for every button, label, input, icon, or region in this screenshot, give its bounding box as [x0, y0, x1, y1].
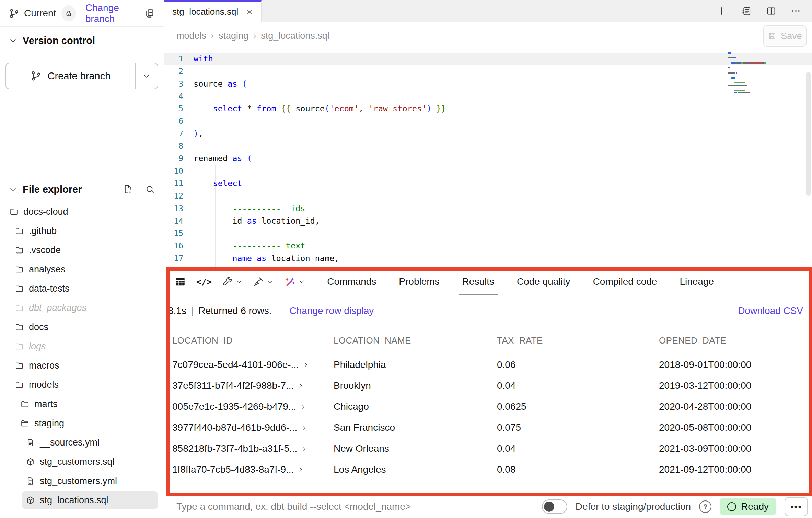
expand-row-icon[interactable] [302, 361, 309, 368]
breadcrumb-item[interactable]: models [176, 31, 206, 41]
expand-row-icon[interactable] [297, 466, 304, 473]
create-branch-dropdown[interactable] [135, 63, 158, 89]
tree-item-stg-customers-sql[interactable]: stg_customers.sql [0, 452, 164, 471]
column-header[interactable]: TAX_RATE [497, 335, 659, 346]
code-line[interactable]: 6 [164, 115, 812, 127]
tree-item--github[interactable]: .github [0, 221, 164, 240]
line-number: 5 [164, 102, 194, 115]
breadcrumb-item[interactable]: stg_locations.sql [261, 31, 329, 41]
expand-row-icon[interactable] [301, 445, 308, 452]
panel-tab-commands[interactable]: Commands [316, 268, 387, 295]
download-csv-link[interactable]: Download CSV [738, 305, 803, 316]
code-line[interactable]: 14 id as location_id, [164, 215, 812, 227]
panel-tab-code-quality[interactable]: Code quality [506, 268, 582, 295]
tree-item-logs[interactable]: logs [0, 337, 164, 356]
cell-location-name: Philadelphia [334, 359, 497, 370]
code-line[interactable]: 1with [164, 53, 812, 65]
tree-item-models[interactable]: models [0, 375, 164, 394]
close-icon[interactable] [246, 8, 253, 16]
tree-item-data-tests[interactable]: data-tests [0, 279, 164, 298]
panel-tabs: CommandsProblemsResultsCode qualityCompi… [316, 268, 725, 295]
expand-row-icon[interactable] [297, 382, 304, 389]
code-line[interactable]: 17 name as location_name, [164, 252, 812, 264]
compile-code-button[interactable]: </> [196, 277, 212, 287]
expand-row-icon[interactable] [301, 424, 308, 431]
tree-item-docs[interactable]: docs [0, 317, 164, 337]
code-line[interactable]: 4 [164, 90, 812, 102]
create-branch-button: Create branch [5, 63, 158, 89]
change-row-display-link[interactable]: Change row display [289, 305, 374, 316]
panel-tab-lineage[interactable]: Lineage [668, 268, 725, 295]
build-button[interactable] [222, 276, 243, 287]
tree-item-stg-customers-yml[interactable]: stg_customers.yml [0, 471, 164, 491]
ready-label: Ready [741, 501, 769, 512]
bottom-more-button[interactable]: ••• [785, 497, 808, 516]
new-tab-button[interactable] [717, 6, 727, 16]
change-log-button[interactable] [741, 6, 752, 16]
file-icon [26, 438, 35, 447]
code-editor[interactable]: 1with23source as (45 select * from {{ so… [164, 49, 812, 268]
code-line[interactable]: 3source as ( [164, 78, 812, 90]
tab-stg-locations[interactable]: stg_locations.sql [164, 0, 262, 22]
new-file-icon[interactable] [123, 184, 133, 194]
code-line[interactable]: 7), [164, 127, 812, 140]
save-button[interactable]: Save [763, 25, 807, 47]
dbt-copilot-button[interactable] [284, 276, 305, 288]
copy-icon[interactable] [144, 8, 155, 19]
code-line[interactable]: 8 [164, 140, 812, 152]
folder-open-icon [21, 419, 29, 428]
breadcrumb-item[interactable]: staging [219, 31, 248, 41]
code-line[interactable]: 13 ---------- ids [164, 202, 812, 215]
line-number: 7 [164, 127, 194, 140]
version-control-header[interactable]: Version control [0, 31, 164, 50]
column-header[interactable]: OPENED_DATE [659, 335, 812, 346]
command-input[interactable] [176, 501, 527, 513]
panel-tab-compiled-code[interactable]: Compiled code [582, 268, 669, 295]
panel-tab-results[interactable]: Results [451, 268, 506, 295]
code-line[interactable]: 15 [164, 227, 812, 239]
code-token: {{ [281, 104, 291, 113]
tree-item-staging[interactable]: staging [0, 414, 164, 433]
create-branch-main[interactable]: Create branch [6, 63, 135, 89]
cell-location-name: Los Angeles [334, 464, 497, 475]
scrollbar[interactable] [806, 72, 811, 196]
code-token: ( [247, 154, 252, 163]
defer-toggle[interactable] [542, 499, 567, 514]
code-token [194, 241, 232, 250]
code-line[interactable]: 10 [164, 165, 812, 177]
column-header[interactable]: LOCATION_ID [172, 335, 334, 346]
cell-opened-date: 2021-03-09T00:00:00 [659, 443, 812, 454]
code-line[interactable]: 5 select * from {{ source('ecom', 'raw_s… [164, 102, 812, 115]
panel-tab-problems[interactable]: Problems [387, 268, 451, 295]
folder-icon [15, 265, 24, 274]
tree-item--sources-yml[interactable]: __sources.yml [0, 433, 164, 452]
preview-table-button[interactable] [174, 276, 186, 288]
more-options-button[interactable] [791, 6, 801, 16]
file-explorer-header[interactable]: File explorer [0, 174, 164, 199]
code-line[interactable]: 16 ---------- text [164, 239, 812, 252]
tree-item-stg-locations-sql[interactable]: stg_locations.sql [0, 491, 164, 510]
column-header[interactable]: LOCATION_NAME [334, 335, 497, 346]
tree-item-label: stg_customers.sql [40, 457, 115, 467]
tree-item--vscode[interactable]: .vscode [0, 240, 164, 260]
tree-item-macros[interactable]: macros [0, 356, 164, 375]
tree-item-marts[interactable]: marts [0, 394, 164, 414]
code-line[interactable]: 2 [164, 65, 812, 77]
code-line[interactable]: 9renamed as ( [164, 152, 812, 165]
line-number: 10 [164, 165, 194, 177]
expand-row-icon[interactable] [300, 403, 306, 410]
split-view-button[interactable] [766, 6, 776, 16]
code-line[interactable]: 11 select [164, 177, 812, 190]
code-line[interactable]: 12 [164, 190, 812, 202]
code-token [194, 204, 232, 213]
help-icon[interactable]: ? [699, 500, 711, 513]
tree-item-label: analyses [29, 264, 66, 275]
tree-item-analyses[interactable]: analyses [0, 260, 164, 279]
tree-item-docs-cloud[interactable]: docs-cloud [0, 202, 164, 221]
ready-circle-icon [727, 502, 736, 511]
search-icon[interactable] [145, 184, 155, 194]
change-branch-link[interactable]: Change branch [85, 2, 144, 24]
format-button[interactable] [253, 276, 274, 287]
tree-item-dbt-packages[interactable]: dbt_packages [0, 298, 164, 317]
breadcrumb-row: models›staging›stg_locations.sql Save [164, 22, 812, 49]
